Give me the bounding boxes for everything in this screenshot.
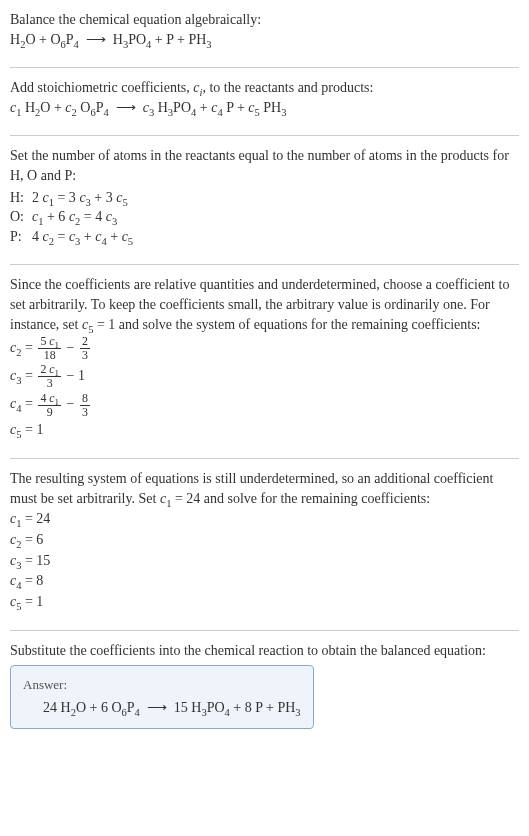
relative-section: Since the coefficients are relative quan… (10, 275, 519, 448)
coef-value: c4 = 8 (10, 571, 519, 591)
coef-rhs: 4 c19 − 83 (36, 396, 92, 411)
atoms-element: H: (10, 188, 32, 208)
stoich-equation: c1 H2O + c2 O6P4 ⟶ c3 H3PO4 + c4 P + c5 … (10, 98, 519, 118)
coef-eq: c5 = 1 (10, 420, 519, 440)
atoms-eq: c1 + 6 c2 = 4 c3 (32, 207, 141, 227)
coef-lhs: c2 = (10, 340, 36, 355)
answer-box: Answer: 24 H2O + 6 O6P4 ⟶ 15 H3PO4 + 8 P… (10, 665, 314, 729)
final-section: Substitute the coefficients into the che… (10, 641, 519, 736)
atoms-table: H: 2 c1 = 3 c3 + 3 c5 O: c1 + 6 c2 = 4 c… (10, 188, 141, 247)
unbalanced-equation: H2O + O6P4 ⟶ H3PO4 + P + PH3 (10, 30, 519, 50)
coef-rhs: 5 c118 − 23 (36, 340, 92, 355)
divider (10, 264, 519, 265)
resulting-intro: The resulting system of equations is sti… (10, 469, 519, 508)
intro-section: Balance the chemical equation algebraica… (10, 10, 519, 57)
coef-eq: c4 = 4 c19 − 83 (10, 392, 519, 419)
coef-value: c5 = 1 (10, 592, 519, 612)
coef-lhs: c5 = (10, 422, 36, 437)
coef-eq: c2 = 5 c118 − 23 (10, 335, 519, 362)
resulting-section: The resulting system of equations is sti… (10, 469, 519, 620)
relative-intro: Since the coefficients are relative quan… (10, 275, 519, 334)
divider (10, 67, 519, 68)
divider (10, 630, 519, 631)
atoms-eq: 2 c1 = 3 c3 + 3 c5 (32, 188, 141, 208)
atoms-row: H: 2 c1 = 3 c3 + 3 c5 (10, 188, 141, 208)
coef-value: c3 = 15 (10, 551, 519, 571)
atoms-eq: 4 c2 = c3 + c4 + c5 (32, 227, 141, 247)
coef-rhs: 1 (36, 422, 43, 437)
atoms-element: P: (10, 227, 32, 247)
atoms-element: O: (10, 207, 32, 227)
coef-lhs: c4 = (10, 396, 36, 411)
coef-value: c2 = 6 (10, 530, 519, 550)
stoich-section: Add stoichiometric coefficients, ci, to … (10, 78, 519, 125)
atoms-row: O: c1 + 6 c2 = 4 c3 (10, 207, 141, 227)
atoms-intro: Set the number of atoms in the reactants… (10, 146, 519, 185)
divider (10, 458, 519, 459)
coef-eq: c3 = 2 c13 − 1 (10, 363, 519, 390)
answer-label: Answer: (23, 676, 301, 694)
balanced-equation: 24 H2O + 6 O6P4 ⟶ 15 H3PO4 + 8 P + PH3 (43, 698, 301, 718)
divider (10, 135, 519, 136)
atoms-row: P: 4 c2 = c3 + c4 + c5 (10, 227, 141, 247)
coef-value: c1 = 24 (10, 509, 519, 529)
intro-line1: Balance the chemical equation algebraica… (10, 10, 519, 30)
atoms-section: Set the number of atoms in the reactants… (10, 146, 519, 254)
coef-lhs: c3 = (10, 368, 36, 383)
final-intro: Substitute the coefficients into the che… (10, 641, 519, 661)
coef-rhs: 2 c13 − 1 (36, 368, 85, 383)
stoich-line1: Add stoichiometric coefficients, ci, to … (10, 78, 519, 98)
